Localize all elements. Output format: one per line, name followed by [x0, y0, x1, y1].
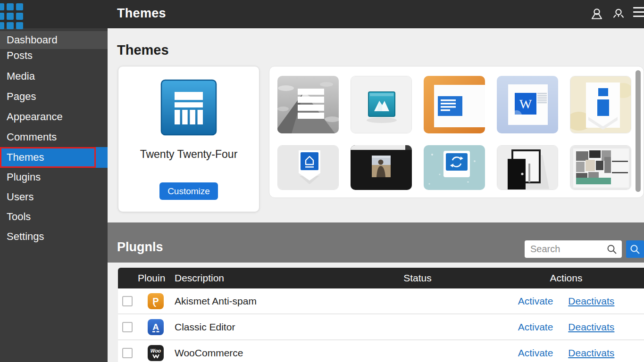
woocommerce-plugin-icon: Woo — [148, 345, 164, 361]
activate-link[interactable]: Activate — [518, 347, 553, 359]
search-box — [525, 240, 622, 258]
sidebar-item-appearance[interactable]: Appearance — [0, 108, 108, 125]
row-checkbox[interactable] — [122, 322, 133, 332]
active-theme-card: Twenty Twenty-Four Customize — [118, 66, 259, 212]
app-logo-grid-icon[interactable] — [0, 3, 23, 29]
active-theme-name: Twenty Twenty-Four — [140, 148, 238, 161]
deactivate-link[interactable]: Deactivats — [568, 321, 614, 333]
sidebar-item-comments[interactable]: Comments — [0, 129, 108, 146]
svg-text:P: P — [152, 296, 159, 306]
svg-text:Woo: Woo — [151, 348, 161, 354]
plugins-heading: Plugnls — [117, 240, 163, 255]
column-header-description: Description — [175, 272, 347, 284]
plugins-table-header: Plouin Description Status Actions — [118, 268, 644, 288]
activate-link[interactable]: Activate — [518, 296, 553, 307]
deactivate-link[interactable]: Deactivats — [568, 347, 614, 359]
table-row-akismet: P Akismet Anti-spam Activate Deactivats — [118, 288, 644, 314]
table-row-classic-editor: A Classic Editor Activate Deactivats — [118, 314, 644, 340]
gallery-scrollbar[interactable] — [636, 70, 641, 192]
plugins-table: Plouin Description Status Actions P Akis… — [118, 268, 644, 362]
sidebar-item-themes[interactable]: Themes — [0, 147, 108, 168]
plugin-name: WooCommerce — [175, 347, 347, 359]
topbar: Themes — [0, 0, 644, 28]
sidebar-item-dashboard[interactable]: Dashboard — [0, 31, 108, 49]
svg-text:W: W — [519, 97, 532, 111]
sidebar-item-media[interactable]: Media — [0, 68, 108, 85]
twenty-twenty-four-theme-icon — [160, 79, 217, 138]
teal-badge-theme[interactable] — [351, 76, 412, 133]
black-door-art-theme[interactable] — [497, 145, 558, 190]
row-checkbox[interactable] — [122, 296, 133, 306]
sidebar-item-settings[interactable]: Settings — [0, 228, 108, 245]
home-pin-theme[interactable] — [277, 145, 339, 190]
plugins-section-header: Plugnls — [108, 222, 644, 263]
search-button[interactable] — [626, 240, 644, 258]
sidebar-item-themes-label: Themes — [7, 151, 44, 164]
topbar-title: Themes — [117, 6, 166, 21]
theme-gallery-panel: W — [269, 66, 644, 198]
sidebar-item-tools[interactable]: Tools — [0, 208, 108, 225]
row-checkbox[interactable] — [122, 348, 133, 358]
customize-button[interactable]: Customize — [159, 182, 218, 200]
table-row-woocommerce: Woo WooCommerce Activate Deactivats — [118, 340, 644, 362]
column-header-plugin: Plouin — [137, 272, 175, 284]
teal-sync-theme[interactable] — [424, 145, 485, 190]
menu-icon[interactable] — [633, 7, 644, 21]
sidebar-item-users[interactable]: Users — [0, 189, 108, 206]
themes-section-heading: Themes — [117, 42, 169, 58]
sidebar: Dashboard Posts Media Pages Appearance C… — [0, 28, 108, 362]
search-icon — [606, 244, 618, 257]
dark-photo-browser-theme[interactable] — [351, 145, 412, 190]
search-button-icon — [629, 244, 641, 255]
svg-text:A: A — [152, 322, 159, 332]
account-icon[interactable] — [611, 7, 626, 21]
orange-document-theme[interactable] — [424, 76, 485, 133]
sidebar-item-pages[interactable]: Pages — [0, 88, 108, 105]
akismet-plugin-icon: P — [148, 293, 164, 309]
classic-editor-plugin-icon: A — [148, 319, 164, 335]
mosaic-art-theme[interactable] — [570, 145, 631, 190]
sidebar-item-plugins[interactable]: Plugins — [0, 169, 108, 186]
column-header-actions: Actions — [488, 272, 644, 284]
user-icon[interactable] — [590, 7, 604, 21]
yellow-blocks-theme[interactable] — [570, 76, 631, 133]
sidebar-item-posts[interactable]: Posts — [0, 47, 108, 64]
column-header-status: Status — [347, 272, 488, 284]
mountain-photo-theme[interactable] — [277, 76, 339, 133]
deactivate-link[interactable]: Deactivats — [568, 296, 614, 307]
plugin-name: Akismet Anti-spam — [175, 296, 347, 307]
activate-link[interactable]: Activate — [518, 321, 553, 333]
plugin-name: Classic Editor — [175, 321, 347, 333]
blue-w-document-theme[interactable]: W — [497, 76, 558, 133]
